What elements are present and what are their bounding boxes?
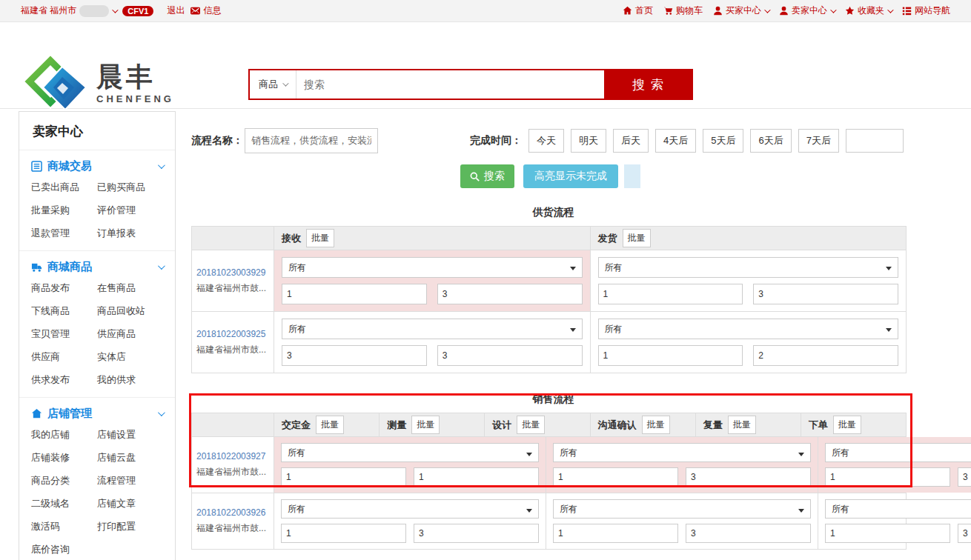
value-input[interactable] (281, 524, 406, 543)
sidebar-item[interactable]: 在售商品 (97, 281, 163, 295)
sidebar-item[interactable]: 底价咨询 (31, 543, 97, 556)
value-input[interactable] (753, 345, 898, 366)
value-input[interactable] (282, 345, 427, 366)
flow-name-input[interactable] (245, 128, 378, 153)
status-select[interactable]: 所有 (825, 499, 971, 519)
value-input[interactable] (553, 467, 678, 487)
sidebar-item[interactable]: 实体店 (97, 350, 163, 364)
value-input[interactable] (553, 524, 678, 543)
nav-seller-center[interactable]: 卖家中心 (779, 4, 835, 17)
logo-text-en: CHENFENG (96, 93, 174, 104)
value-input[interactable] (437, 284, 583, 304)
status-select[interactable]: 所有 (281, 443, 539, 462)
time-button-tomorrow[interactable]: 明天 (571, 129, 606, 153)
sidebar-item[interactable]: 供求发布 (31, 373, 97, 387)
batch-button[interactable]: 批量 (411, 416, 440, 434)
batch-button[interactable]: 批量 (623, 229, 651, 247)
nav-buyer-center[interactable]: 买家中心 (713, 4, 769, 17)
sidebar-item[interactable]: 批量采购 (31, 204, 97, 217)
time-button-6days[interactable]: 6天后 (750, 129, 791, 153)
batch-button[interactable]: 批量 (517, 416, 545, 434)
search-category-select[interactable]: 商品 (250, 70, 296, 99)
section-header-goods[interactable]: 商城商品 (31, 260, 163, 274)
value-input[interactable] (281, 467, 406, 487)
time-button-4days[interactable]: 4天后 (655, 129, 696, 153)
value-input[interactable] (825, 524, 950, 543)
value-input[interactable] (598, 284, 743, 304)
order-id-link[interactable]: 20181022003926 (196, 507, 269, 518)
region-selector[interactable]: 福建省 福州市 (21, 4, 116, 17)
value-input[interactable] (414, 467, 539, 487)
nav-cart[interactable]: 购物车 (663, 4, 703, 17)
search-button[interactable]: 搜索 (604, 70, 692, 99)
value-input[interactable] (825, 467, 950, 487)
value-input[interactable] (753, 284, 898, 304)
sidebar-item[interactable]: 流程管理 (97, 474, 163, 487)
sidebar-item[interactable]: 激活码 (31, 520, 97, 533)
sidebar-item[interactable]: 退款管理 (31, 227, 97, 240)
batch-button[interactable]: 批量 (642, 416, 670, 434)
section-header-shop[interactable]: 店铺管理 (31, 407, 163, 421)
status-select[interactable]: 所有 (553, 443, 811, 462)
value-input[interactable] (282, 284, 427, 304)
sidebar-item[interactable]: 店铺文章 (97, 497, 163, 510)
completion-date-input[interactable] (846, 129, 904, 153)
search-input[interactable] (296, 70, 604, 99)
sidebar-item[interactable]: 下线商品 (31, 304, 97, 318)
time-button-today[interactable]: 今天 (528, 129, 564, 153)
order-id-link[interactable]: 20181023003929 (196, 267, 269, 278)
sidebar-item[interactable]: 我的供求 (97, 373, 163, 387)
order-id-link[interactable]: 20181022003927 (196, 451, 269, 461)
sales-table-header: 交定金 批量 测量 批量 设计 批量 沟通确认 批量 复量 批量 下单 批量 (192, 413, 906, 436)
batch-button[interactable]: 批量 (728, 416, 756, 434)
status-select[interactable]: 所有 (553, 499, 811, 519)
highlight-color-swatch[interactable] (624, 164, 640, 188)
sidebar-item[interactable]: 订单报表 (97, 227, 163, 240)
nav-site-map[interactable]: 网站导航 (902, 4, 950, 17)
value-input[interactable] (958, 467, 971, 487)
sidebar-item[interactable]: 我的店铺 (31, 428, 97, 441)
time-button-7days[interactable]: 7天后 (798, 129, 839, 153)
value-input[interactable] (686, 524, 811, 543)
value-input[interactable] (437, 345, 583, 366)
value-input[interactable] (958, 524, 971, 543)
sidebar-item[interactable]: 商品发布 (31, 281, 97, 295)
sidebar-item[interactable]: 打印配置 (97, 520, 163, 533)
value-input[interactable] (598, 345, 743, 366)
order-id-link[interactable]: 20181022003925 (196, 329, 269, 339)
sidebar-item[interactable]: 商品分类 (31, 474, 97, 487)
batch-button[interactable]: 批量 (306, 229, 334, 247)
sidebar-item[interactable]: 商品回收站 (97, 304, 163, 318)
sidebar-item[interactable]: 供应商品 (97, 327, 163, 341)
time-button-day-after[interactable]: 后天 (613, 129, 649, 153)
section-header-trade[interactable]: 商城交易 (31, 159, 163, 173)
sidebar-item[interactable]: 已卖出商品 (31, 181, 97, 194)
status-select[interactable]: 所有 (282, 319, 583, 339)
message-link[interactable]: 信息 (190, 4, 221, 17)
sidebar-item[interactable]: 评价管理 (97, 204, 163, 217)
batch-button[interactable]: 批量 (316, 416, 344, 434)
sidebar-item[interactable]: 店铺设置 (97, 428, 163, 441)
chevron-down-icon (158, 409, 165, 416)
value-input[interactable] (686, 467, 811, 487)
flow-search-button[interactable]: 搜索 (460, 164, 514, 188)
sidebar-item[interactable]: 宝贝管理 (31, 327, 97, 341)
nav-home[interactable]: 首页 (623, 4, 653, 17)
batch-button[interactable]: 批量 (833, 416, 861, 434)
value-input[interactable] (414, 524, 539, 543)
time-button-5days[interactable]: 5天后 (703, 129, 743, 153)
logout-link[interactable]: 退出 (167, 4, 185, 17)
status-select[interactable]: 所有 (281, 499, 539, 519)
sidebar-item[interactable]: 店铺云盘 (97, 451, 163, 464)
nav-favorites[interactable]: 收藏夹 (845, 4, 892, 17)
highlight-incomplete-button[interactable]: 高亮显示未完成 (523, 164, 618, 188)
sidebar-item[interactable]: 店铺装修 (31, 451, 97, 464)
status-select[interactable]: 所有 (598, 257, 899, 278)
status-select[interactable]: 所有 (598, 319, 899, 339)
sidebar-item[interactable]: 二级域名 (31, 497, 97, 510)
status-select[interactable]: 所有 (825, 443, 971, 462)
sidebar-item[interactable]: 供应商 (31, 350, 97, 364)
sidebar-item[interactable]: 已购买商品 (97, 181, 163, 194)
logo-icon (21, 53, 89, 114)
status-select[interactable]: 所有 (282, 257, 583, 278)
